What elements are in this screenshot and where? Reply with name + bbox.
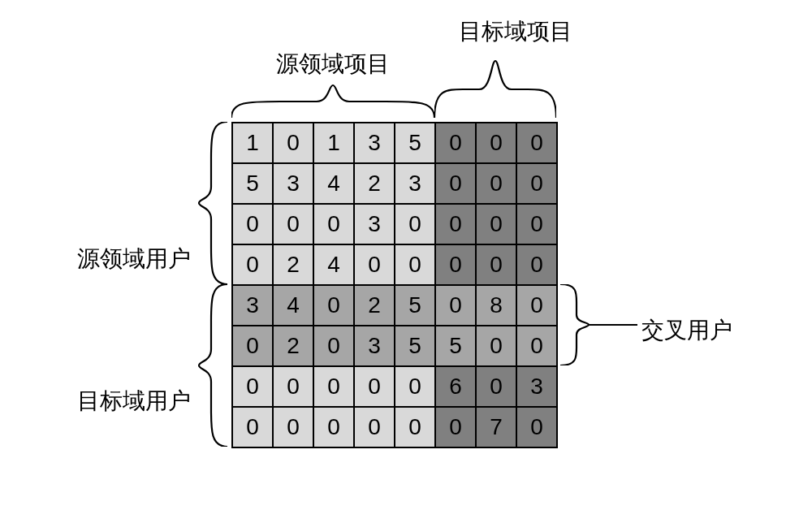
- cell: 3: [273, 163, 313, 204]
- rating-matrix: 1013500053423000000300000240000034025080…: [231, 122, 558, 448]
- cell: 0: [232, 204, 273, 244]
- cell: 0: [516, 285, 557, 326]
- cell: 3: [516, 366, 557, 407]
- connector-cross-users: [589, 323, 637, 326]
- cell: 0: [313, 285, 354, 326]
- cell: 0: [435, 407, 476, 447]
- cell: 5: [435, 326, 476, 366]
- cell: 0: [476, 123, 516, 163]
- brace-target-users: [195, 284, 227, 447]
- cell: 0: [273, 123, 313, 163]
- cell: 0: [516, 326, 557, 366]
- table-row: 34025080: [232, 285, 557, 326]
- table-row: 53423000: [232, 163, 557, 204]
- cell: 0: [273, 366, 313, 407]
- cell: 2: [354, 163, 395, 204]
- cell: 0: [395, 204, 435, 244]
- cell: 0: [516, 204, 557, 244]
- cell: 0: [232, 407, 273, 447]
- cell: 0: [395, 244, 435, 285]
- cell: 0: [516, 407, 557, 447]
- cell: 5: [395, 326, 435, 366]
- label-target-items: 目标域项目: [459, 16, 572, 47]
- cell: 0: [313, 204, 354, 244]
- brace-target-items: [434, 49, 556, 118]
- cell: 0: [476, 366, 516, 407]
- cell: 0: [516, 163, 557, 204]
- label-target-users: 目标域用户: [77, 386, 191, 417]
- cell: 0: [516, 123, 557, 163]
- cell: 3: [354, 123, 395, 163]
- cell: 0: [232, 366, 273, 407]
- cell: 3: [354, 326, 395, 366]
- cell: 4: [313, 163, 354, 204]
- cell: 0: [354, 244, 395, 285]
- cell: 1: [232, 123, 273, 163]
- cell: 0: [476, 244, 516, 285]
- cell: 0: [313, 407, 354, 447]
- cell: 0: [516, 244, 557, 285]
- cell: 0: [435, 285, 476, 326]
- cell: 0: [354, 407, 395, 447]
- cell: 4: [273, 285, 313, 326]
- label-cross-users: 交叉用户: [641, 315, 732, 346]
- table-row: 02400000: [232, 244, 557, 285]
- brace-source-users: [195, 122, 227, 284]
- label-source-users: 源领域用户: [77, 244, 191, 274]
- cell: 2: [354, 285, 395, 326]
- cell: 0: [476, 326, 516, 366]
- table-row: 00030000: [232, 204, 557, 244]
- cell: 0: [232, 326, 273, 366]
- cell: 3: [232, 285, 273, 326]
- cell: 0: [395, 407, 435, 447]
- cell: 0: [313, 366, 354, 407]
- cell: 2: [273, 326, 313, 366]
- brace-source-items: [231, 81, 434, 118]
- cell: 0: [435, 123, 476, 163]
- table-row: 00000070: [232, 407, 557, 447]
- cell: 0: [313, 326, 354, 366]
- cell: 0: [435, 163, 476, 204]
- cell: 0: [476, 163, 516, 204]
- cell: 0: [476, 204, 516, 244]
- cell: 0: [273, 204, 313, 244]
- cell: 3: [354, 204, 395, 244]
- cell: 0: [435, 204, 476, 244]
- cell: 5: [395, 285, 435, 326]
- cell: 0: [395, 366, 435, 407]
- table-row: 00000603: [232, 366, 557, 407]
- cell: 1: [313, 123, 354, 163]
- brace-cross-users: [560, 284, 593, 365]
- table-row: 10135000: [232, 123, 557, 163]
- cell: 0: [273, 407, 313, 447]
- cell: 0: [232, 244, 273, 285]
- cell: 0: [435, 244, 476, 285]
- cell: 0: [354, 366, 395, 407]
- label-source-items: 源领域项目: [276, 49, 390, 80]
- cell: 5: [395, 123, 435, 163]
- cell: 5: [232, 163, 273, 204]
- cell: 2: [273, 244, 313, 285]
- cell: 6: [435, 366, 476, 407]
- cell: 8: [476, 285, 516, 326]
- cell: 4: [313, 244, 354, 285]
- cell: 7: [476, 407, 516, 447]
- table-row: 02035500: [232, 326, 557, 366]
- cell: 3: [395, 163, 435, 204]
